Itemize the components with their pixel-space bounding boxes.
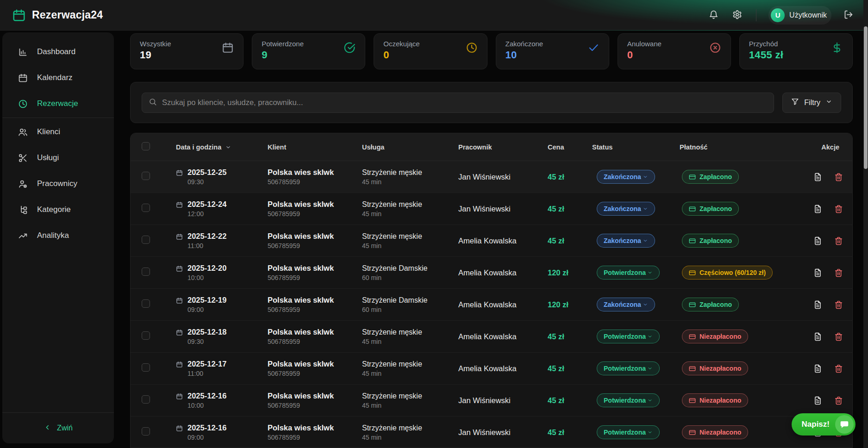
sidebar: Dashboard Kalendarz Rezerwacje Klienci U… — [2, 32, 114, 443]
status-badge[interactable]: Potwierdzona — [597, 330, 660, 343]
payment-label: Zapłacono — [699, 237, 732, 244]
row-checkbox[interactable] — [142, 268, 150, 276]
reservation-date: 2025-12-16 — [187, 423, 226, 432]
worker-name: Amelia Kowalska — [458, 300, 548, 309]
column-header-price: Cena — [548, 143, 592, 151]
stat-label: Wszystkie — [140, 40, 234, 48]
credit-card-icon — [689, 205, 696, 212]
status-label: Potwierdzona — [604, 269, 646, 276]
service-name: Strzyżenie męskie — [362, 424, 458, 432]
file-icon — [813, 173, 822, 181]
credit-card-icon — [689, 269, 696, 276]
details-button[interactable] — [812, 395, 823, 406]
search-box — [142, 93, 774, 113]
usergear-icon — [18, 179, 28, 189]
delete-button[interactable] — [833, 204, 844, 214]
status-badge[interactable]: Potwierdzona — [597, 361, 660, 375]
delete-button[interactable] — [833, 363, 844, 374]
notifications-button[interactable] — [707, 8, 720, 23]
payment-badge: Częściowo (60/120 zł) — [682, 266, 773, 280]
row-checkbox[interactable] — [142, 204, 150, 212]
trash-icon — [834, 332, 843, 341]
details-button[interactable] — [812, 299, 823, 310]
select-all-checkbox[interactable] — [142, 142, 150, 150]
payment-badge: Niezapłacono — [682, 330, 748, 343]
brand[interactable]: Rezerwacja24 — [12, 8, 103, 22]
row-checkbox[interactable] — [142, 395, 150, 404]
status-badge[interactable]: Potwierdzona — [597, 266, 660, 280]
row-checkbox[interactable] — [142, 363, 150, 372]
table-header-row: Data i godzina Klient Usługa Pracownik C… — [131, 133, 852, 161]
sidebar-item-label: Kalendarz — [37, 73, 73, 82]
delete-button[interactable] — [833, 331, 844, 342]
stat-value: 9 — [262, 49, 356, 61]
delete-button[interactable] — [833, 268, 844, 278]
row-checkbox[interactable] — [142, 236, 150, 244]
sidebar-item-rezerwacje[interactable]: Rezerwacje — [2, 91, 114, 117]
sidebar-item-kalendarz[interactable]: Kalendarz — [2, 65, 114, 91]
sidebar-collapse-button[interactable]: Zwiń — [2, 412, 114, 443]
service-duration: 60 min — [362, 274, 458, 281]
search-icon — [149, 98, 157, 108]
stat-card-oczekujace: Oczekujące 0 — [374, 33, 487, 69]
row-checkbox[interactable] — [142, 427, 150, 436]
details-button[interactable] — [812, 236, 823, 246]
status-badge[interactable]: Potwierdzona — [597, 393, 660, 407]
price: 45 zł — [548, 428, 592, 437]
stat-label: Przychód — [749, 40, 843, 48]
avatar: U — [771, 8, 785, 22]
calendar-icon — [176, 393, 183, 400]
price: 120 zł — [548, 268, 592, 277]
status-badge[interactable]: Zakończona — [597, 170, 655, 184]
row-checkbox[interactable] — [142, 299, 150, 308]
chat-widget-button[interactable]: Napisz! — [792, 413, 856, 436]
service-duration: 45 min — [362, 338, 458, 345]
sidebar-item-dashboard[interactable]: Dashboard — [2, 39, 114, 65]
worker-name: Amelia Kowalska — [458, 332, 548, 341]
delete-button[interactable] — [833, 172, 844, 182]
details-button[interactable] — [812, 331, 823, 342]
user-menu[interactable]: U Użytkownik — [768, 6, 831, 25]
status-badge[interactable]: Potwierdzona — [597, 425, 660, 439]
settings-button[interactable] — [731, 8, 744, 23]
chevron-down-icon — [825, 98, 832, 107]
payment-badge: Zapłacono — [682, 170, 739, 184]
details-button[interactable] — [812, 363, 823, 374]
delete-button[interactable] — [833, 299, 844, 310]
status-badge[interactable]: Zakończona — [597, 234, 655, 248]
sidebar-item-klienci[interactable]: Klienci — [2, 119, 114, 145]
status-badge[interactable]: Zakończona — [597, 298, 655, 311]
sidebar-item-analityka[interactable]: Analityka — [2, 223, 114, 249]
credit-card-icon — [689, 429, 696, 436]
sidebar-item-kategorie[interactable]: Kategorie — [2, 197, 114, 223]
stat-value: 0 — [383, 49, 477, 61]
delete-button[interactable] — [833, 395, 844, 406]
stats-row: Wszystkie 19 Potwierdzone 9 Oczekujące 0… — [130, 33, 853, 69]
chevron-down-icon — [647, 366, 653, 371]
reservation-time: 11:00 — [187, 242, 226, 249]
details-button[interactable] — [812, 204, 823, 214]
row-checkbox[interactable] — [142, 331, 150, 340]
row-checkbox[interactable] — [142, 172, 150, 180]
credit-card-icon — [689, 237, 696, 244]
scissors-icon — [18, 153, 28, 163]
scrollbar-thumb[interactable] — [864, 26, 868, 169]
search-input[interactable] — [162, 98, 767, 107]
credit-card-icon — [689, 397, 696, 404]
sidebar-item-pracownicy[interactable]: Pracownicy — [2, 171, 114, 197]
filters-button[interactable]: Filtry — [782, 93, 841, 113]
file-icon — [813, 364, 822, 373]
sidebar-item-uslugi[interactable]: Usługi — [2, 145, 114, 171]
status-badge[interactable]: Zakończona — [597, 202, 655, 216]
details-button[interactable] — [812, 172, 823, 182]
check-icon — [587, 42, 599, 54]
service-name: Strzyżenie męskie — [362, 168, 458, 177]
details-button[interactable] — [812, 268, 823, 278]
topbar: Rezerwacja24 U Użytkownik — [0, 0, 868, 31]
trash-icon — [834, 300, 843, 309]
client-name: Polska wies sklwk — [268, 296, 362, 305]
logout-button[interactable] — [842, 8, 855, 23]
delete-button[interactable] — [833, 236, 844, 246]
column-header-date[interactable]: Data i godzina — [165, 143, 268, 151]
gear-icon — [732, 10, 742, 21]
